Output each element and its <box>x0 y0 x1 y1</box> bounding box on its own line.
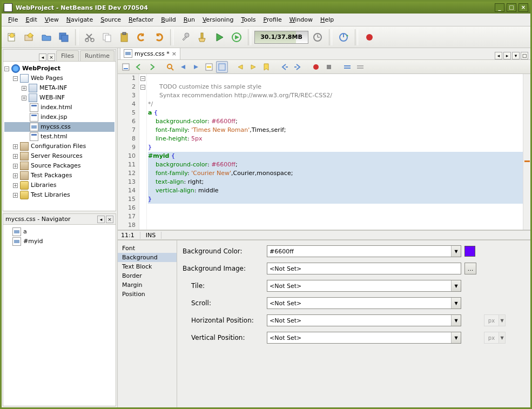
open-project-button[interactable] <box>38 29 55 45</box>
bgcolor-combo[interactable]: ▼ <box>267 245 461 257</box>
menu-profile[interactable]: Profile <box>260 15 285 24</box>
macro-stop-button[interactable] <box>323 61 335 73</box>
build-button[interactable] <box>177 29 193 45</box>
prev-bookmark-button[interactable] <box>234 61 246 73</box>
tree-item[interactable]: +Test Libraries <box>4 190 115 200</box>
nav-left-icon[interactable]: ◂ <box>97 216 105 223</box>
back-button[interactable] <box>133 61 145 73</box>
runtime-tab[interactable]: Runtime <box>80 50 115 61</box>
last-edit-button[interactable] <box>120 61 132 73</box>
bgimg-input[interactable] <box>267 263 461 274</box>
ed-tab-drop-icon[interactable]: ▾ <box>512 52 520 59</box>
chevron-down-icon[interactable]: ▼ <box>451 332 461 343</box>
forward-button[interactable] <box>146 61 158 73</box>
navigator-tree[interactable]: a#myid <box>3 225 116 406</box>
macro-record-button[interactable] <box>310 61 322 73</box>
projects-tree[interactable]: −WebProject−Web Pages+META-INF+WEB-INFin… <box>3 62 116 211</box>
chevron-down-icon[interactable]: ▼ <box>451 315 461 326</box>
property-category-list[interactable]: FontBackgroundText BlockBorderMarginPosi… <box>118 240 177 407</box>
files-tab[interactable]: Files <box>56 50 79 61</box>
menu-versioning[interactable]: Versioning <box>199 15 237 24</box>
proj-tab-left-icon[interactable]: ◂ <box>39 53 46 61</box>
bgimg-browse-button[interactable]: … <box>464 263 476 274</box>
copy-button[interactable] <box>99 29 115 45</box>
paste-button[interactable] <box>116 29 132 45</box>
menu-help[interactable]: Help <box>317 15 337 24</box>
tree-item[interactable]: +Libraries <box>4 180 115 190</box>
find-next-button[interactable] <box>190 61 202 73</box>
tree-item[interactable]: test.html <box>4 132 115 142</box>
comment-button[interactable] <box>341 61 353 73</box>
prop-cat-font[interactable]: Font <box>118 244 177 253</box>
run-button[interactable] <box>211 29 227 45</box>
next-bookmark-button[interactable] <box>247 61 259 73</box>
tree-item[interactable]: −WebProject <box>4 64 115 73</box>
menu-run[interactable]: Run <box>180 15 198 24</box>
tree-item[interactable]: index.html <box>4 103 115 112</box>
toggle-bookmark-button[interactable] <box>260 61 272 73</box>
prop-cat-border[interactable]: Border <box>118 271 177 280</box>
vpos-combo[interactable]: ▼ <box>267 332 461 344</box>
ed-tab-left-icon[interactable]: ◂ <box>495 52 502 59</box>
error-stripe[interactable] <box>523 74 530 230</box>
record-button[interactable] <box>361 29 378 45</box>
menu-source[interactable]: Source <box>97 15 124 24</box>
menu-tools[interactable]: Tools <box>238 15 259 24</box>
chevron-down-icon[interactable]: ▼ <box>451 246 461 257</box>
bgcolor-swatch[interactable] <box>464 246 475 257</box>
tree-item[interactable]: mycss.css <box>4 122 115 132</box>
tree-item[interactable]: a <box>4 227 115 237</box>
menu-file[interactable]: File <box>5 15 21 24</box>
code-editor[interactable]: 123456789101112131415161718 −− TODO cust… <box>118 74 530 230</box>
tree-item[interactable]: +Configuration Files <box>4 142 115 151</box>
cut-button[interactable] <box>82 29 98 45</box>
titlebar[interactable]: WebProject - NetBeans IDE Dev 070504 _ □… <box>2 2 530 14</box>
new-project-button[interactable] <box>21 29 37 45</box>
ed-tab-right-icon[interactable]: ▸ <box>503 52 511 59</box>
save-all-button[interactable] <box>56 29 72 45</box>
find-prev-button[interactable] <box>177 61 189 73</box>
menu-navigate[interactable]: Navigate <box>63 15 96 24</box>
error-mark[interactable] <box>524 160 530 162</box>
shift-right-button[interactable] <box>292 61 304 73</box>
scroll-combo[interactable]: ▼ <box>267 297 461 309</box>
proj-tab-close-icon[interactable]: × <box>48 53 55 61</box>
prop-cat-background[interactable]: Background <box>118 253 177 262</box>
tree-item[interactable]: +WEB-INF <box>4 93 115 103</box>
hpos-combo[interactable]: ▼ <box>267 314 461 326</box>
menu-refactor[interactable]: Refactor <box>125 15 157 24</box>
tree-item[interactable]: +META-INF <box>4 83 115 93</box>
tree-item[interactable]: −Web Pages <box>4 73 115 83</box>
profile-button[interactable] <box>335 29 352 45</box>
menu-build[interactable]: Build <box>158 15 179 24</box>
undo-button[interactable] <box>133 29 150 45</box>
chevron-down-icon[interactable]: ▼ <box>451 298 461 309</box>
tree-item[interactable]: +Source Packages <box>4 161 115 171</box>
chevron-down-icon[interactable]: ▼ <box>451 280 461 291</box>
tree-item[interactable]: +Test Packages <box>4 171 115 180</box>
debug-button[interactable] <box>228 29 245 45</box>
find-sel-button[interactable] <box>164 61 176 73</box>
memory-meter[interactable]: 30.1/37.8MB <box>254 31 308 44</box>
maximize-button[interactable]: □ <box>507 3 516 12</box>
nav-close-icon[interactable]: × <box>106 216 113 223</box>
prop-cat-text-block[interactable]: Text Block <box>118 262 177 271</box>
minimize-button[interactable]: _ <box>495 3 504 12</box>
toggle-rule-button[interactable] <box>216 61 228 73</box>
redo-button[interactable] <box>151 29 167 45</box>
prop-cat-margin[interactable]: Margin <box>118 280 177 290</box>
new-file-button[interactable] <box>4 29 20 45</box>
shift-left-button[interactable] <box>279 61 291 73</box>
clean-build-button[interactable] <box>194 29 210 45</box>
editor-tab-mycss[interactable]: mycss.css * × <box>120 48 180 59</box>
tree-item[interactable]: #myid <box>4 237 115 246</box>
tab-close-icon[interactable]: × <box>172 50 177 57</box>
prop-cat-position[interactable]: Position <box>118 290 177 299</box>
uncomment-button[interactable] <box>354 61 366 73</box>
tree-item[interactable]: +Server Resources <box>4 151 115 161</box>
close-button[interactable]: × <box>518 3 528 12</box>
tile-combo[interactable]: ▼ <box>267 280 461 292</box>
ed-tab-max-icon[interactable]: □ <box>521 52 528 59</box>
menu-edit[interactable]: Edit <box>22 15 40 24</box>
menu-window[interactable]: Window <box>286 15 316 24</box>
